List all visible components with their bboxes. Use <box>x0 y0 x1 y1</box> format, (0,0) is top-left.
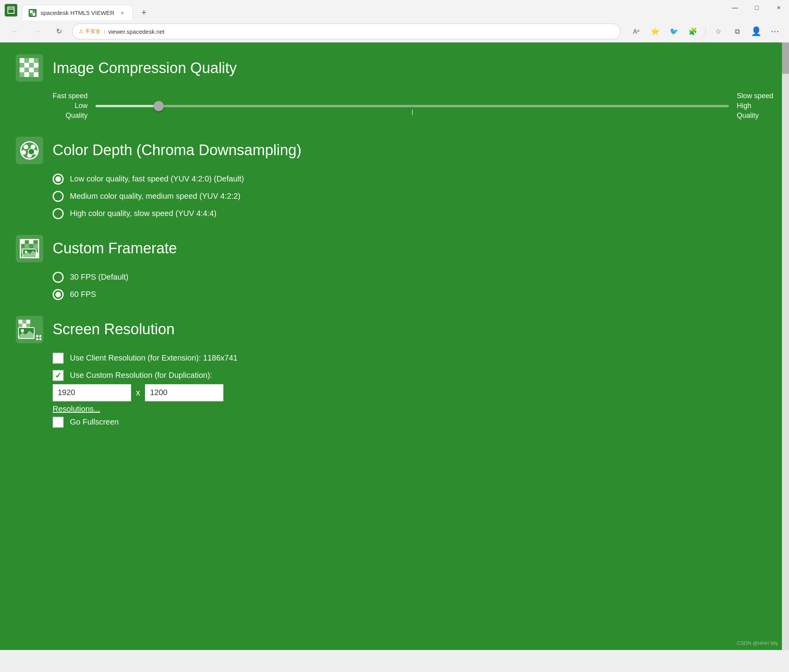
svg-point-25 <box>21 150 26 155</box>
radio-button[interactable] <box>53 174 64 185</box>
forward-button[interactable]: → <box>28 23 46 40</box>
refresh-button[interactable]: ↻ <box>50 23 68 40</box>
profile-button[interactable]: 👤 <box>748 24 764 39</box>
active-tab[interactable]: spacedesk HTML5 VIEWER × <box>22 5 133 20</box>
svg-rect-17 <box>34 68 38 72</box>
radio-button[interactable] <box>53 208 64 219</box>
svg-rect-15 <box>24 68 29 72</box>
svg-rect-41 <box>22 320 26 324</box>
radio-label: Medium color quality, medium speed (YUV … <box>70 192 240 201</box>
security-warning: ⚠ 不安全 <box>79 28 101 35</box>
svg-rect-20 <box>29 72 34 77</box>
resolution-width-input[interactable] <box>53 384 131 401</box>
checkbox-item[interactable]: Use Client Resolution (for Extension): 1… <box>53 353 773 364</box>
radio-item[interactable]: 30 FPS (Default) <box>53 272 773 283</box>
svg-rect-0 <box>8 7 14 13</box>
svg-rect-9 <box>34 58 38 63</box>
radio-item[interactable]: 60 FPS <box>53 289 773 300</box>
svg-point-49 <box>36 338 38 340</box>
tab-icon <box>29 9 37 17</box>
svg-point-23 <box>24 145 28 149</box>
back-button[interactable]: ← <box>6 23 24 40</box>
svg-rect-33 <box>33 244 38 248</box>
section-header: Image Compression Quality <box>16 54 773 82</box>
svg-rect-10 <box>20 63 24 68</box>
section-header: Color Depth (Chroma Downsampling) <box>16 137 773 164</box>
maximize-button[interactable]: □ <box>747 0 767 16</box>
radio-button[interactable] <box>53 289 64 300</box>
section-header: Screen Resolution <box>16 316 773 343</box>
fullscreen-checkbox-item[interactable]: Go Fullscreen <box>53 417 773 428</box>
collections-button[interactable]: ☆ <box>710 24 726 39</box>
svg-rect-2 <box>30 10 33 13</box>
scrollbar-thumb[interactable] <box>782 42 789 74</box>
svg-rect-19 <box>24 72 29 77</box>
watermark: CSDN @HHH 9ily <box>737 640 778 646</box>
svg-point-28 <box>28 148 35 155</box>
section-body: Low color quality, fast speed (YUV 4:2:0… <box>16 174 773 219</box>
slider-thumb[interactable] <box>154 101 164 111</box>
checkbox[interactable] <box>53 353 64 364</box>
toolbar-icons: Aᵃ ⭐ 🐦 🧩 ☆ ⧉ 👤 ⋯ <box>628 24 783 39</box>
svg-rect-8 <box>29 58 34 63</box>
radio-selected-indicator <box>55 292 61 297</box>
slider-fill <box>95 105 159 107</box>
custom-framerate-section: Custom Framerate 30 FPS (Default) 60 FPS <box>16 235 773 300</box>
resolution-height-input[interactable] <box>145 384 223 401</box>
palette-icon <box>16 137 43 164</box>
slider-right-label: Slow speedHighQuality <box>737 91 773 121</box>
image-compression-section: Image Compression Quality Fast speedLowQ… <box>16 54 773 121</box>
svg-rect-31 <box>25 244 29 248</box>
resolution-icon <box>16 316 43 343</box>
svg-rect-44 <box>22 324 26 328</box>
url-bar[interactable]: ⚠ 不安全 | viewer.spacedesk.net <box>72 24 621 39</box>
color-depth-title: Color Depth (Chroma Downsampling) <box>53 142 302 159</box>
slider-left-label: Fast speedLowQuality <box>53 91 88 121</box>
resolutions-link[interactable]: Resolutions... <box>53 405 773 414</box>
radio-label: 30 FPS (Default) <box>70 273 128 282</box>
svg-rect-4 <box>33 10 35 13</box>
svg-rect-6 <box>20 58 24 63</box>
svg-rect-42 <box>26 320 30 324</box>
close-button[interactable]: × <box>769 0 789 16</box>
resolution-checkbox-group: Use Client Resolution (for Extension): 1… <box>53 353 773 381</box>
svg-rect-43 <box>18 324 22 328</box>
minimize-button[interactable]: — <box>725 0 745 16</box>
extensions-button[interactable]: 🧩 <box>685 24 701 39</box>
svg-rect-14 <box>20 68 24 72</box>
radio-item[interactable]: Low color quality, fast speed (YUV 4:2:0… <box>53 174 773 185</box>
scrollbar[interactable] <box>782 42 789 650</box>
browser-window-icon <box>5 4 17 16</box>
checkbox[interactable]: ✓ <box>53 370 64 381</box>
radio-item[interactable]: Medium color quality, medium speed (YUV … <box>53 191 773 202</box>
read-aloud-button[interactable]: Aᵃ <box>628 24 644 39</box>
favorites-button[interactable]: ⭐ <box>647 24 663 39</box>
svg-point-39 <box>25 251 27 253</box>
svg-rect-13 <box>34 63 38 68</box>
slider-wrapper[interactable] <box>95 105 729 107</box>
radio-button[interactable] <box>53 191 64 202</box>
settings-button[interactable]: ⋯ <box>767 24 783 39</box>
svg-rect-7 <box>24 58 29 63</box>
svg-point-48 <box>36 335 38 337</box>
tab-close-button[interactable]: × <box>118 9 126 17</box>
section-body: 30 FPS (Default) 60 FPS <box>16 272 773 300</box>
framerate-icon <box>16 235 43 262</box>
svg-rect-45 <box>26 324 30 328</box>
new-tab-button[interactable]: + <box>136 5 152 20</box>
framerate-radio-group: 30 FPS (Default) 60 FPS <box>53 272 773 300</box>
quality-slider-container: Fast speedLowQuality Slow speedHighQuali… <box>53 91 773 121</box>
radio-button[interactable] <box>53 272 64 283</box>
radio-label: 60 FPS <box>70 290 96 299</box>
compression-icon <box>16 54 43 82</box>
checkbox-item[interactable]: ✓ Use Custom Resolution (for Duplication… <box>53 370 773 381</box>
bird-button[interactable]: 🐦 <box>666 24 682 39</box>
radio-item[interactable]: High color quality, slow speed (YUV 4:4:… <box>53 208 773 219</box>
address-bar: ← → ↻ ⚠ 不安全 | viewer.spacedesk.net Aᵃ ⭐ … <box>0 20 789 42</box>
color-depth-section: Color Depth (Chroma Downsampling) Low co… <box>16 137 773 219</box>
section-body: Fast speedLowQuality Slow speedHighQuali… <box>16 91 773 121</box>
url-separator: | <box>104 28 105 35</box>
fullscreen-checkbox[interactable] <box>53 417 64 428</box>
svg-point-47 <box>21 329 24 332</box>
browser-essentials-button[interactable]: ⧉ <box>729 24 745 39</box>
